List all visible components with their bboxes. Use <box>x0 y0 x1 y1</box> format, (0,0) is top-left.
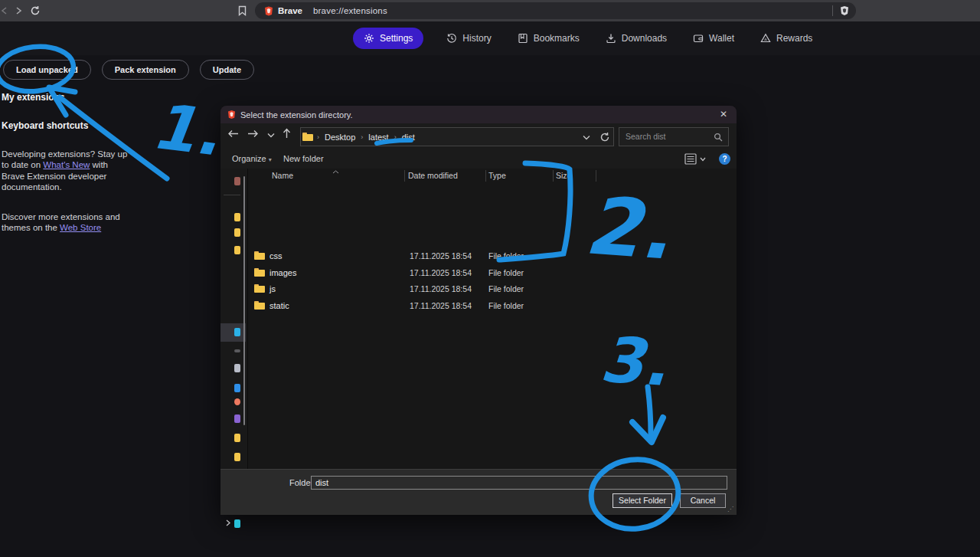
close-icon[interactable]: ✕ <box>717 108 730 120</box>
dialog-titlebar[interactable]: Select the extension directory. ✕ <box>220 106 737 123</box>
this-pc-icon[interactable] <box>234 364 240 372</box>
column-divider[interactable] <box>553 170 554 182</box>
folder-icon <box>254 251 265 260</box>
chevron-right-icon: › <box>313 133 323 141</box>
refresh-icon[interactable] <box>599 132 610 143</box>
tab-label: Settings <box>380 33 413 44</box>
column-header-size[interactable]: Size <box>556 169 571 182</box>
bookmark-icon[interactable] <box>234 3 250 18</box>
folder-shortcut-icon[interactable] <box>234 228 240 237</box>
whats-new-link[interactable]: What's New <box>43 160 90 169</box>
view-mode-icon[interactable] <box>684 153 697 165</box>
url-text: brave://extensions <box>313 6 387 15</box>
brave-shield-icon <box>264 6 273 16</box>
web-store-link[interactable]: Web Store <box>60 223 101 232</box>
column-divider[interactable] <box>404 170 405 182</box>
tab-wallet[interactable]: Wallet <box>690 28 737 49</box>
browser-toolbar: Brave brave://extensions <box>0 0 980 21</box>
caret-down-icon: ▾ <box>269 156 272 163</box>
breadcrumb-desktop[interactable]: Desktop <box>323 133 357 142</box>
organize-menu[interactable]: Organize ▾ <box>232 154 272 163</box>
tab-bookmarks[interactable]: Bookmarks <box>514 28 583 49</box>
file-type: File folder <box>488 268 524 277</box>
column-divider[interactable] <box>596 170 596 182</box>
table-row-css[interactable]: css 17.11.2025 18:54 File folder <box>253 247 712 264</box>
network-icon[interactable] <box>234 519 240 528</box>
onedrive-icon[interactable] <box>234 384 240 392</box>
home-icon[interactable] <box>234 177 240 185</box>
folder-shortcut-icon[interactable] <box>234 246 240 254</box>
dialog-nav-pane[interactable] <box>220 169 248 469</box>
urlbar-divider <box>832 5 833 16</box>
desktop-icon[interactable] <box>234 328 240 336</box>
file-type: File folder <box>488 284 524 293</box>
resize-grip[interactable]: ⋰ <box>727 506 733 513</box>
column-header-name[interactable]: Name <box>272 169 293 182</box>
pack-extension-button[interactable]: Pack extension <box>102 60 189 80</box>
reload-icon[interactable] <box>28 3 43 18</box>
breadcrumb-dist[interactable]: dist <box>400 133 416 142</box>
tab-rewards[interactable]: Rewards <box>757 28 815 49</box>
nav-pane-scrollbar[interactable] <box>243 176 245 425</box>
forward-icon[interactable] <box>11 3 26 18</box>
cancel-button[interactable]: Cancel <box>680 493 726 508</box>
folder-name-input[interactable] <box>311 476 727 490</box>
dialog-toolbar: › Desktop › latest › dist <box>220 123 737 150</box>
view-mode-caret-icon[interactable] <box>700 157 706 162</box>
folder-icon <box>302 133 313 141</box>
file-date: 17.11.2025 18:54 <box>410 284 472 293</box>
tab-downloads[interactable]: Downloads <box>603 28 670 49</box>
breadcrumb[interactable]: › Desktop › latest › dist <box>300 127 614 146</box>
breadcrumb-latest[interactable]: latest <box>367 133 390 142</box>
search-icon <box>714 133 723 142</box>
file-type: File folder <box>488 301 524 310</box>
sidebar-item-my-extensions[interactable]: My extensions <box>2 92 132 103</box>
search-box <box>619 127 729 146</box>
help-icon[interactable]: ? <box>719 153 730 165</box>
site-badge-label: Brave <box>278 6 302 15</box>
chevron-right-icon: › <box>357 133 367 141</box>
extensions-sidebar: My extensions Keyboard shortcuts Develop… <box>2 92 132 251</box>
tab-settings[interactable]: Settings <box>353 28 423 49</box>
tab-label: Rewards <box>776 33 812 44</box>
column-header-date[interactable]: Date modified <box>408 169 458 182</box>
tab-label: Bookmarks <box>534 33 580 44</box>
nav-back-icon[interactable] <box>225 128 240 140</box>
folder-shortcut-icon[interactable] <box>234 453 240 461</box>
table-row-js[interactable]: js 17.11.2025 18:54 File folder <box>253 280 712 297</box>
sidebar-item-keyboard-shortcuts[interactable]: Keyboard shortcuts <box>2 120 132 132</box>
nav-pane-divider <box>224 195 240 195</box>
address-bar[interactable]: Brave brave://extensions <box>255 2 856 19</box>
brave-shield-icon <box>227 110 236 120</box>
column-header-type[interactable]: Type <box>488 169 506 182</box>
tab-label: History <box>462 33 491 44</box>
address-dropdown-icon[interactable] <box>583 135 590 140</box>
file-date: 17.11.2025 18:54 <box>410 301 472 310</box>
folder-icon <box>254 268 265 277</box>
ellipsis-icon <box>234 349 240 352</box>
cloud-account-icon[interactable] <box>234 398 240 405</box>
tab-history[interactable]: History <box>443 28 494 49</box>
dialog-title: Select the extension directory. <box>240 110 353 120</box>
file-list-area: Name Date modified Type Size css 17.11.2… <box>220 169 737 469</box>
column-divider[interactable] <box>485 170 486 182</box>
expand-chevron-icon[interactable] <box>225 519 231 526</box>
new-folder-button[interactable]: New folder <box>283 154 324 163</box>
search-input[interactable] <box>624 129 708 143</box>
library-icon[interactable] <box>234 414 240 423</box>
update-button[interactable]: Update <box>200 60 254 80</box>
brave-shields-toggle-icon[interactable] <box>839 5 850 16</box>
table-row-static[interactable]: static 17.11.2025 18:54 File folder <box>253 297 712 313</box>
recent-locations-icon[interactable] <box>263 128 279 140</box>
table-row-images[interactable]: images 17.11.2025 18:54 File folder <box>253 264 712 280</box>
select-folder-button[interactable]: Select Folder <box>612 493 672 508</box>
nav-up-icon[interactable] <box>279 128 294 141</box>
file-name: js <box>270 284 276 293</box>
dialog-command-bar: Organize ▾ New folder ? <box>220 150 737 169</box>
load-unpacked-button[interactable]: Load unpacked <box>3 60 91 80</box>
folder-shortcut-icon[interactable] <box>234 434 240 442</box>
nav-forward-icon[interactable] <box>245 128 260 140</box>
folder-shortcut-icon[interactable] <box>234 213 240 221</box>
nav-pane-selected-row[interactable] <box>220 323 246 342</box>
dialog-footer: Folder: Select Folder Cancel ⋰ <box>220 469 737 515</box>
